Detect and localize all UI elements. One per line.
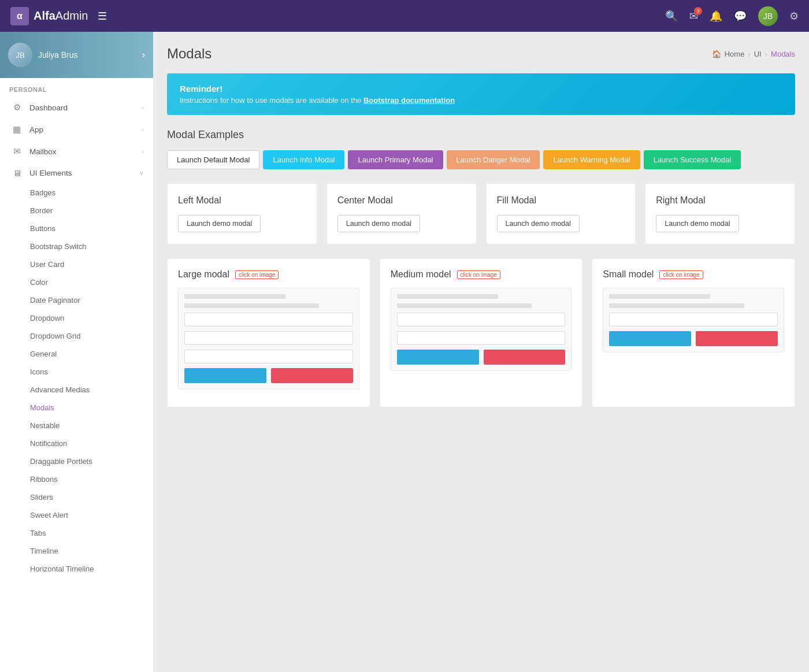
- preview-line: [184, 294, 285, 299]
- left-modal-card: Left Modal Launch demo modal: [167, 183, 317, 244]
- hamburger-button[interactable]: ☰: [98, 10, 107, 23]
- sidebar-sub-bootstrap-switch[interactable]: Bootstrap Switch: [0, 237, 153, 255]
- center-modal-title: Center Modal: [337, 195, 466, 206]
- reminder-link[interactable]: Bootstrap documentation: [363, 96, 455, 105]
- fill-modal-title: Fill Modal: [497, 195, 625, 206]
- preview-buttons: [397, 350, 566, 365]
- chat-icon[interactable]: 💬: [734, 10, 747, 23]
- small-modal-card[interactable]: Small model click on image: [592, 258, 795, 407]
- launch-default-modal-button[interactable]: Launch Default Modal: [167, 150, 259, 169]
- content-header: Modals 🏠 Home › UI › Modals: [167, 46, 795, 62]
- launch-info-modal-button[interactable]: Launch Info Modal: [263, 150, 344, 169]
- sidebar-sub-notification[interactable]: Notification: [0, 435, 153, 452]
- ui-elements-submenu: Badges Border Buttons Bootstrap Switch U…: [0, 184, 153, 578]
- settings-icon[interactable]: ⚙: [789, 10, 799, 23]
- fill-modal-card: Fill Modal Launch demo modal: [486, 183, 636, 244]
- sidebar-sub-general[interactable]: General: [0, 345, 153, 363]
- main-layout: JB Juliya Brus › PERSONAL ⚙ Dashboard › …: [0, 32, 809, 672]
- sidebar-sub-sweet-alert[interactable]: Sweet Alert: [0, 506, 153, 524]
- breadcrumb-current: Modals: [771, 50, 795, 58]
- fill-modal-demo-button[interactable]: Launch demo modal: [497, 215, 580, 232]
- small-modal-click-badge: click on image: [659, 270, 703, 279]
- sidebar-avatar: JB: [8, 43, 32, 67]
- sidebar-item-label: Mailbox: [29, 147, 57, 156]
- sidebar-sub-dropdown-grid[interactable]: Dropdown Grid: [0, 327, 153, 345]
- large-modal-click-badge: click on image: [235, 270, 279, 279]
- preview-input: [184, 313, 353, 326]
- sidebar-sub-date-paginator[interactable]: Date Paginator: [0, 291, 153, 309]
- sidebar-item-mailbox[interactable]: ✉ Mailbox ›: [0, 140, 153, 162]
- preview-btn-red: [271, 368, 353, 383]
- reminder-title: Reminder!: [180, 84, 782, 94]
- sidebar-sub-advanced-medias[interactable]: Advanced Medias: [0, 381, 153, 399]
- small-modal-title: Small model: [603, 269, 654, 280]
- breadcrumb-sep1: ›: [748, 50, 750, 58]
- preview-buttons: [609, 331, 778, 346]
- preview-btn-blue: [397, 350, 479, 365]
- search-icon[interactable]: 🔍: [665, 10, 678, 23]
- preview-btn-red: [696, 331, 778, 346]
- sidebar-item-label: Dashboard: [29, 103, 68, 112]
- center-modal-demo-button[interactable]: Launch demo modal: [337, 215, 420, 232]
- sidebar-sub-draggable-portlets[interactable]: Draggable Portlets: [0, 452, 153, 470]
- launch-primary-modal-button[interactable]: Launch Primary Modal: [348, 150, 443, 169]
- brand-name: AlfaAdmin: [34, 9, 88, 23]
- left-modal-title: Left Modal: [178, 195, 306, 206]
- center-modal-card: Center Modal Launch demo modal: [326, 183, 477, 244]
- left-modal-demo-button[interactable]: Launch demo modal: [178, 215, 261, 232]
- sidebar-sub-horizontal-timeline[interactable]: Horizontal Timeline: [0, 560, 153, 578]
- bell-icon[interactable]: 🔔: [710, 10, 722, 23]
- preview-line: [397, 294, 498, 299]
- sidebar-username: Juliya Brus: [38, 50, 77, 60]
- sidebar-sub-ribbons[interactable]: Ribbons: [0, 470, 153, 488]
- sidebar-sub-tabs[interactable]: Tabs: [0, 524, 153, 542]
- sidebar-sub-sliders[interactable]: Sliders: [0, 488, 153, 506]
- chevron-right-icon: ›: [142, 126, 144, 133]
- medium-modal-card[interactable]: Medium model click on image: [380, 258, 583, 407]
- app-icon: ▦: [11, 124, 23, 135]
- sidebar-user-profile[interactable]: JB Juliya Brus ›: [0, 32, 153, 78]
- preview-input: [184, 331, 353, 345]
- sidebar-user-chevron-icon: ›: [142, 50, 145, 60]
- top-navigation: α AlfaAdmin ☰ 🔍 ✉ 3 🔔 💬 JB ⚙: [0, 0, 809, 32]
- sidebar-item-dashboard[interactable]: ⚙ Dashboard ›: [0, 96, 153, 118]
- medium-modal-click-badge: click on image: [457, 270, 500, 279]
- sidebar-sub-nestable[interactable]: Nestable: [0, 417, 153, 435]
- monitor-icon: 🖥: [11, 168, 23, 178]
- sidebar-sub-color[interactable]: Color: [0, 273, 153, 291]
- launch-success-modal-button[interactable]: Launch Success Modal: [644, 150, 741, 169]
- avatar[interactable]: JB: [758, 6, 778, 26]
- breadcrumb-home[interactable]: Home: [725, 50, 745, 58]
- nav-right: 🔍 ✉ 3 🔔 💬 JB ⚙: [665, 6, 799, 26]
- preview-btn-blue: [184, 368, 266, 383]
- breadcrumb: 🏠 Home › UI › Modals: [712, 50, 795, 58]
- launch-danger-modal-button[interactable]: Launch Danger Modal: [447, 150, 540, 169]
- sidebar-sub-dropdown[interactable]: Dropdown: [0, 309, 153, 327]
- launch-warning-modal-button[interactable]: Launch Warning Modal: [543, 150, 640, 169]
- sidebar-item-ui-elements[interactable]: 🖥 UI Elements ∨: [0, 162, 153, 184]
- large-modal-card[interactable]: Large modal click on image: [167, 258, 370, 407]
- sidebar-sub-user-card[interactable]: User Card: [0, 255, 153, 273]
- sidebar-sub-icons[interactable]: Icons: [0, 363, 153, 381]
- modal-sizes-grid: Large modal click on image: [167, 258, 795, 407]
- reminder-text: Instructions for how to use modals are a…: [180, 96, 782, 105]
- sidebar-sub-timeline[interactable]: Timeline: [0, 542, 153, 560]
- right-modal-demo-button[interactable]: Launch demo modal: [656, 215, 739, 232]
- preview-input: [397, 313, 566, 326]
- chevron-right-icon: ›: [142, 148, 144, 155]
- sidebar-item-app[interactable]: ▦ App ›: [0, 118, 153, 140]
- launch-modal-buttons: Launch Default Modal Launch Info Modal L…: [167, 150, 795, 169]
- mail-icon[interactable]: ✉ 3: [689, 10, 698, 23]
- home-icon: 🏠: [712, 50, 721, 58]
- sidebar-sub-badges[interactable]: Badges: [0, 184, 153, 202]
- preview-input: [609, 313, 778, 326]
- preview-line: [184, 303, 319, 308]
- dashboard-icon: ⚙: [11, 102, 23, 113]
- preview-line: [609, 294, 710, 299]
- small-modal-header: Small model click on image: [603, 269, 784, 280]
- sidebar-sub-border[interactable]: Border: [0, 202, 153, 220]
- sidebar-sub-buttons[interactable]: Buttons: [0, 220, 153, 237]
- medium-modal-preview: [391, 288, 572, 371]
- breadcrumb-ui[interactable]: UI: [754, 50, 762, 58]
- sidebar-sub-modals[interactable]: Modals: [0, 399, 153, 417]
